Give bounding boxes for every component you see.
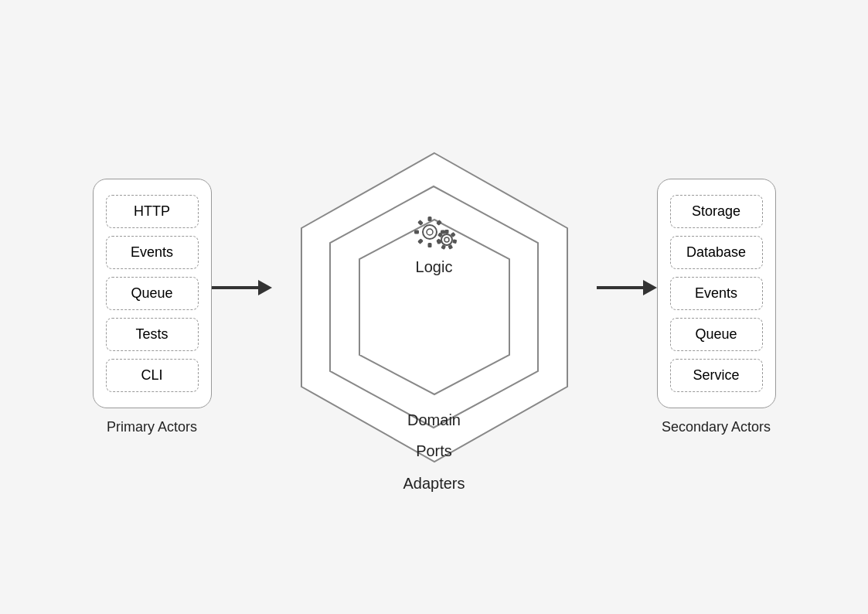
secondary-actors-label: Secondary Actors [662,419,771,435]
secondary-item-events: Events [670,277,763,310]
right-arrow-container [597,280,657,334]
svg-point-4 [427,229,433,235]
primary-actors-box: HTTP Events Queue Tests CLI [93,179,212,408]
svg-point-3 [423,225,437,239]
right-arrow-head [643,280,657,295]
svg-rect-6 [436,220,442,226]
primary-actors-panel: HTTP Events Queue Tests CLI Primary Acto… [93,179,212,435]
hexagons-wrapper: Logic Domain Ports Adapters [272,121,597,493]
left-arrow-shaft [212,286,258,289]
secondary-item-service: Service [670,359,763,392]
left-arrow-container [212,280,272,334]
left-arrow-head [258,280,272,295]
svg-rect-15 [444,230,448,234]
secondary-item-storage: Storage [670,195,763,228]
left-arrow [212,280,272,295]
svg-rect-10 [417,238,424,244]
svg-rect-11 [414,230,419,234]
adapters-label: Adapters [403,475,465,493]
svg-rect-5 [427,217,431,221]
right-arrow [597,280,657,295]
domain-label: Domain [407,411,461,429]
logic-label: Logic [416,258,453,276]
primary-item-cli: CLI [106,359,199,392]
secondary-actors-box: Storage Database Events Queue Service [657,179,776,408]
svg-rect-9 [427,243,431,247]
right-arrow-shaft [597,286,643,289]
primary-item-events: Events [106,236,199,269]
primary-actors-label: Primary Actors [107,419,197,435]
svg-rect-12 [417,220,424,226]
diagram-container: HTTP Events Queue Tests CLI Primary Acto… [0,0,868,614]
secondary-actors-panel: Storage Database Events Queue Service Se… [657,179,776,435]
svg-rect-17 [452,239,457,244]
primary-item-tests: Tests [106,318,199,351]
svg-rect-7 [441,230,445,234]
primary-item-queue: Queue [106,277,199,310]
gears-icon [407,210,462,255]
primary-item-http: HTTP [106,195,199,228]
center-content: Logic [407,210,462,276]
secondary-item-database: Database [670,236,763,269]
ports-label: Ports [416,442,452,460]
svg-point-13 [441,234,452,245]
secondary-item-queue: Queue [670,318,763,351]
